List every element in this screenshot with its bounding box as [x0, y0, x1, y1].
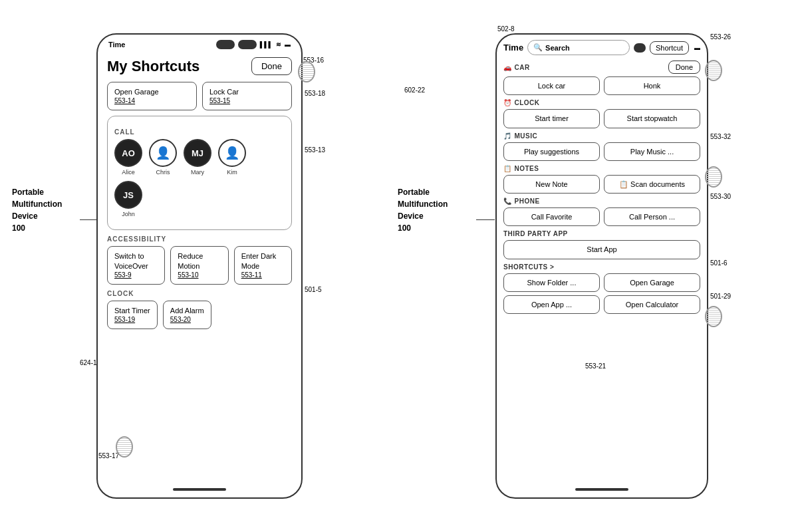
- phone-header: 📞 PHONE: [503, 198, 700, 205]
- lock-car-btn[interactable]: Lock Car 553-15: [202, 82, 292, 110]
- call-person-btn[interactable]: Call Person ...: [604, 207, 700, 226]
- call-section-label: CALL: [114, 128, 285, 136]
- third-party-header: THIRD PARTY APP: [503, 230, 700, 237]
- car-icon: 🚗: [503, 64, 512, 71]
- notes-label: NOTES: [515, 165, 539, 172]
- accessibility-btn-row: Switch to VoiceOver 553-9 Reduce Motion …: [107, 246, 292, 285]
- wifi-icon: ≋: [276, 41, 281, 48]
- ref-501-29: 501-29: [710, 293, 731, 300]
- open-calculator-btn[interactable]: Open Calculator: [604, 295, 700, 314]
- phone-btn-row: Call Favorite Call Person ...: [503, 207, 700, 226]
- contact-name-john: John: [122, 211, 135, 217]
- right-device-label: Portable Multifunction Device 100: [398, 186, 448, 234]
- music-header: 🎵 MUSIC: [503, 132, 700, 140]
- contact-alice: AO Alice: [114, 139, 142, 176]
- phone-section: 📞 PHONE Call Favorite Call Person ...: [503, 198, 700, 226]
- lock-car-btn-right[interactable]: Lock car: [503, 76, 600, 95]
- right-home-indicator: [575, 488, 628, 491]
- contact-john: JS John: [114, 181, 142, 217]
- play-music-btn[interactable]: Play Music ...: [604, 142, 700, 161]
- ref-553-17: 553-17: [98, 452, 119, 460]
- clock-btn-row: Start Timer 553-19 Add Alarm 553-20: [107, 301, 292, 329]
- open-garage-btn-right[interactable]: Open Garage: [604, 273, 700, 292]
- phone-icon: 📞: [503, 198, 512, 205]
- show-folder-btn[interactable]: Show Folder ...: [503, 273, 600, 292]
- search-icon: 🔍: [533, 43, 543, 52]
- call-section: CALL AO Alice 👤 Chris MJ Mary: [107, 116, 292, 230]
- ref-553-32: 553-32: [710, 133, 731, 140]
- dark-mode-btn[interactable]: Enter Dark Mode 553-11: [234, 246, 292, 285]
- honk-btn[interactable]: Honk: [604, 76, 700, 95]
- shortcut-tag: Shortcut: [650, 41, 689, 55]
- contact-name-chris: Chris: [156, 169, 170, 176]
- contact-circle-kim[interactable]: 👤: [218, 139, 246, 167]
- third-party-section: THIRD PARTY APP Start App: [503, 230, 700, 259]
- reduce-motion-btn[interactable]: Reduce Motion 553-10: [170, 246, 228, 285]
- battery-right: ▬: [694, 45, 700, 51]
- right-header-row: Time 🔍 Search Shortcut ▬: [503, 40, 700, 55]
- right-status-pill: [634, 43, 646, 53]
- contact-circle-ao[interactable]: AO: [114, 139, 142, 167]
- open-garage-btn[interactable]: Open Garage 553-14: [107, 82, 197, 110]
- music-btn-row: Play suggestions Play Music ...: [503, 142, 700, 161]
- shortcuts-btn-row-1: Show Folder ... Open Garage: [503, 273, 700, 292]
- music-icon: 🎵: [503, 132, 512, 140]
- left-status-icons: ▌▌▌ ≋ ▬: [216, 40, 291, 49]
- car-btn-row: Lock car Honk: [503, 76, 700, 95]
- left-status-bar: Time ▌▌▌ ≋ ▬: [98, 35, 301, 52]
- start-timer-btn[interactable]: Start Timer 553-19: [107, 301, 158, 329]
- clock-header: ⏰ CLOCK: [503, 99, 700, 106]
- search-bar[interactable]: 🔍 Search: [527, 40, 630, 55]
- contact-name-alice: Alice: [122, 169, 135, 176]
- notes-btn-row: New Note 📋 Scan documents: [503, 175, 700, 194]
- camera-pill2: [238, 40, 257, 49]
- start-stopwatch-btn[interactable]: Start stopwatch: [604, 109, 700, 128]
- fingerprint-right-stopwatch: [705, 166, 722, 188]
- contact-circle-chris[interactable]: 👤: [149, 139, 177, 167]
- contact-circle-mj[interactable]: MJ: [184, 139, 211, 167]
- contact-name-kim: Kim: [227, 169, 237, 176]
- voiceover-btn[interactable]: Switch to VoiceOver 553-9: [107, 246, 165, 285]
- accessibility-label: ACCESSIBILITY: [107, 235, 292, 243]
- open-app-btn[interactable]: Open App ...: [503, 295, 600, 314]
- right-phone: Time 🔍 Search Shortcut ▬ 🚗 CAR Done: [495, 33, 708, 499]
- start-app-btn[interactable]: Start App: [503, 240, 700, 259]
- fingerprint-left-timer: [116, 436, 133, 458]
- right-time: Time: [503, 43, 523, 53]
- music-label: MUSIC: [515, 132, 538, 140]
- page-title: My Shortcuts: [107, 58, 200, 75]
- add-alarm-btn[interactable]: Add Alarm 553-20: [163, 301, 211, 329]
- left-time: Time: [108, 41, 125, 49]
- play-suggestions-btn[interactable]: Play suggestions: [503, 142, 600, 161]
- camera-pill: [216, 40, 235, 49]
- right-status-bar: Time 🔍 Search Shortcut ▬: [497, 35, 707, 58]
- contact-name-mary: Mary: [191, 169, 204, 176]
- clock-label: CLOCK: [515, 99, 540, 106]
- scan-documents-btn[interactable]: 📋 Scan documents: [604, 175, 700, 194]
- ref-501-6: 501-6: [710, 259, 728, 267]
- new-note-btn[interactable]: New Note: [503, 175, 600, 194]
- ref-624-1: 624-1: [80, 359, 97, 366]
- notes-section: 📋 NOTES New Note 📋 Scan documents: [503, 165, 700, 194]
- ref-553-21: 553-21: [585, 362, 606, 370]
- call-favorite-btn[interactable]: Call Favorite: [503, 207, 600, 226]
- signal-icon: ▌▌▌: [260, 41, 273, 48]
- car-label: CAR: [515, 64, 530, 71]
- shortcuts-btn-row-2: Open App ... Open Calculator: [503, 295, 700, 314]
- done-button-left[interactable]: Done: [251, 57, 292, 75]
- done-button-right[interactable]: Done: [668, 61, 700, 74]
- search-placeholder: Search: [545, 44, 570, 52]
- start-timer-btn-right[interactable]: Start timer: [503, 109, 600, 128]
- left-home-indicator: [173, 488, 226, 491]
- car-section: 🚗 CAR Done Lock car Honk: [503, 61, 700, 95]
- ref-553-13: 553-13: [305, 146, 325, 154]
- clock-section-right: ⏰ CLOCK Start timer Start stopwatch: [503, 99, 700, 128]
- left-device-label: Portable Multifunction Device 100: [12, 186, 62, 234]
- phone-label: PHONE: [515, 198, 540, 205]
- clock-btn-row-right: Start timer Start stopwatch: [503, 109, 700, 128]
- contact-circle-js[interactable]: JS: [114, 181, 142, 209]
- contact-row-top: AO Alice 👤 Chris MJ Mary 👤 Kim: [114, 139, 285, 176]
- battery-icon: ▬: [285, 41, 291, 48]
- fingerprint-right-call: [705, 306, 722, 327]
- ref-553-26: 553-26: [710, 33, 731, 41]
